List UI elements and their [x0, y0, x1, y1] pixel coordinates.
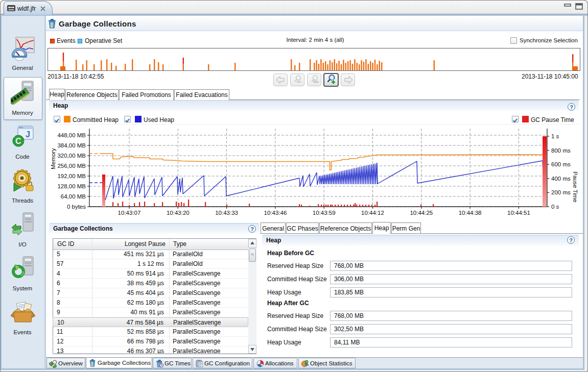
svg-text:10:43:46: 10:43:46: [264, 210, 287, 216]
svg-text:400 ms: 400 ms: [551, 176, 571, 182]
svg-text:64,00 MB: 64,00 MB: [61, 193, 86, 200]
svg-text:10:44:12: 10:44:12: [361, 210, 384, 216]
svg-text:10:43:59: 10:43:59: [313, 210, 336, 216]
svg-text:0 bytes: 0 bytes: [67, 204, 86, 210]
svg-text:600 ms: 600 ms: [551, 161, 571, 167]
svg-text:800 ms: 800 ms: [551, 147, 571, 154]
svg-text:128,00 MB: 128,00 MB: [57, 183, 86, 189]
svg-text:256,00 MB: 256,00 MB: [57, 163, 86, 169]
svg-text:448,00 MB: 448,00 MB: [57, 132, 86, 138]
svg-text:10:43:20: 10:43:20: [167, 210, 190, 216]
svg-text:200 ms: 200 ms: [551, 189, 571, 195]
svg-text:Memory: Memory: [50, 148, 56, 169]
svg-text:320,00 MB: 320,00 MB: [57, 153, 86, 159]
svg-text:10:44:25: 10:44:25: [410, 210, 433, 216]
svg-text:0 s: 0 s: [551, 204, 559, 210]
svg-text:10:44:51: 10:44:51: [507, 210, 530, 216]
svg-text:Pause Time: Pause Time: [572, 171, 578, 203]
svg-text:C: C: [15, 137, 21, 145]
svg-text:1 s: 1 s: [551, 133, 559, 139]
svg-text:J: J: [26, 130, 30, 139]
svg-text:10:43:07: 10:43:07: [118, 210, 141, 216]
svg-text:10:44:38: 10:44:38: [459, 210, 482, 216]
svg-text:192,00 MB: 192,00 MB: [57, 173, 86, 179]
svg-text:10:43:33: 10:43:33: [215, 210, 238, 216]
svg-text:384,00 MB: 384,00 MB: [57, 142, 86, 148]
